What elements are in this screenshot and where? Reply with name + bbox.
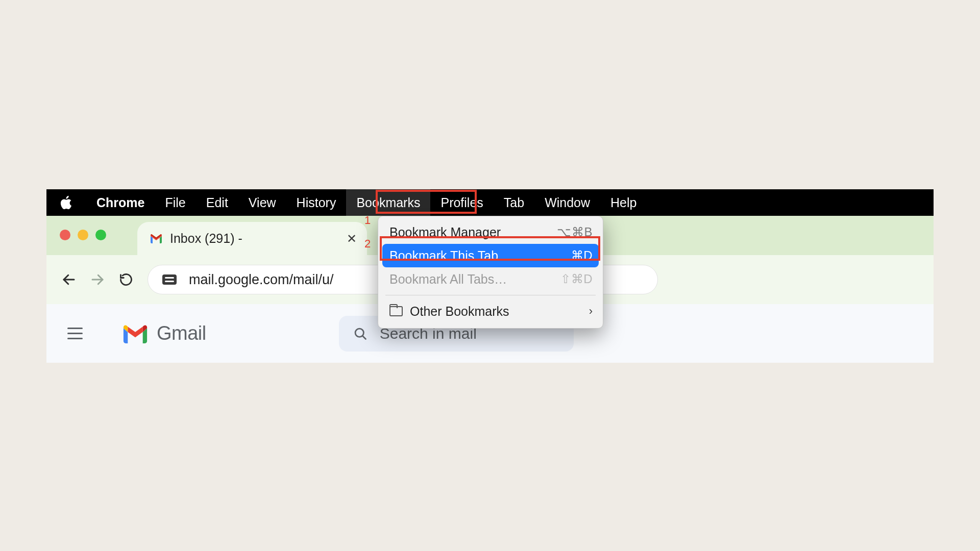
menubar-item-chrome[interactable]: Chrome <box>86 189 155 216</box>
menu-bookmark-this-tab[interactable]: Bookmark This Tab… ⌘D <box>382 244 599 267</box>
window-close-button[interactable] <box>60 230 70 240</box>
screenshot-stage: Chrome File Edit View History Bookmarks … <box>46 189 934 363</box>
menu-bookmark-manager[interactable]: Bookmark Manager ⌥⌘B <box>378 220 603 244</box>
menu-separator <box>385 295 596 295</box>
main-menu-button[interactable] <box>59 317 91 350</box>
menubar-item-history[interactable]: History <box>286 189 347 216</box>
gmail-favicon-icon <box>150 232 163 245</box>
menubar-item-file[interactable]: File <box>155 189 195 216</box>
bookmarks-dropdown: Bookmark Manager ⌥⌘B Bookmark This Tab… … <box>378 216 603 329</box>
tab-close-icon[interactable]: ✕ <box>347 232 357 246</box>
reload-button[interactable] <box>112 265 140 294</box>
menubar-item-edit[interactable]: Edit <box>196 189 238 216</box>
forward-button[interactable] <box>83 265 112 294</box>
browser-tab-active[interactable]: Inbox (291) - ✕ <box>137 222 367 255</box>
menubar-item-bookmarks[interactable]: Bookmarks <box>346 189 430 216</box>
chevron-right-icon: › <box>589 305 593 318</box>
window-minimize-button[interactable] <box>78 230 88 240</box>
window-zoom-button[interactable] <box>95 230 106 240</box>
shortcut-text: ⌘D <box>571 248 593 263</box>
search-icon <box>353 327 368 341</box>
menubar-item-help[interactable]: Help <box>600 189 647 216</box>
shortcut-text: ⇧⌘D <box>560 272 593 286</box>
menu-bookmark-all-tabs: Bookmark All Tabs… ⇧⌘D <box>378 267 603 291</box>
apple-menu-icon[interactable] <box>60 195 72 210</box>
window-traffic-lights <box>60 230 106 240</box>
menubar-item-view[interactable]: View <box>238 189 286 216</box>
site-settings-icon[interactable] <box>162 274 177 285</box>
shortcut-text: ⌥⌘B <box>557 225 593 239</box>
macos-menubar: Chrome File Edit View History Bookmarks … <box>46 189 934 216</box>
back-button[interactable] <box>55 265 83 294</box>
menubar-item-tab[interactable]: Tab <box>494 189 534 216</box>
gmail-brand-text: Gmail <box>157 322 206 344</box>
address-url: mail.google.com/mail/u/ <box>189 272 334 288</box>
tab-title: Inbox (291) - <box>170 231 242 246</box>
menubar-item-profiles[interactable]: Profiles <box>430 189 493 216</box>
folder-icon <box>389 306 403 316</box>
menubar-item-window[interactable]: Window <box>534 189 600 216</box>
gmail-logo[interactable]: Gmail <box>121 322 206 344</box>
menu-other-bookmarks[interactable]: Other Bookmarks › <box>378 299 603 323</box>
